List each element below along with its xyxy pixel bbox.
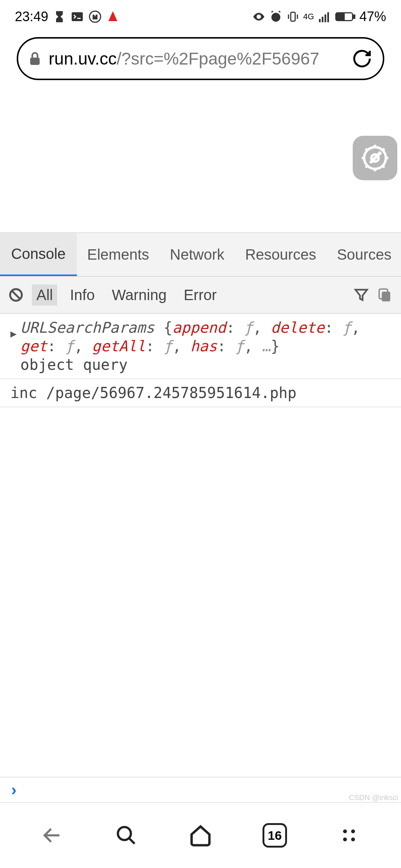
terminal-icon — [71, 10, 84, 23]
svg-rect-5 — [319, 19, 321, 22]
copy-icon[interactable] — [377, 287, 393, 303]
gear-wrench-icon — [361, 144, 389, 172]
svg-rect-16 — [382, 292, 390, 301]
url-path: /?src=%2Fpage%2F56967 — [117, 49, 319, 68]
arrow-left-icon — [41, 824, 63, 846]
tabs-button[interactable]: 16 — [262, 822, 288, 848]
home-icon — [189, 823, 212, 847]
battery-percent: 47% — [359, 9, 386, 24]
search-icon — [115, 824, 137, 846]
svg-point-21 — [343, 838, 347, 841]
console-log-object[interactable]: ▶ URLSearchParams {append: ƒ, delete: ƒ,… — [0, 314, 401, 379]
svg-point-18 — [118, 827, 131, 840]
svg-rect-8 — [327, 12, 329, 22]
alarm-icon — [269, 10, 283, 23]
svg-text:M: M — [93, 14, 98, 20]
status-bar: 23:49 M 4G 47% — [0, 0, 401, 33]
page-viewport — [0, 88, 401, 232]
filter-all[interactable]: All — [32, 285, 57, 306]
search-button[interactable] — [113, 822, 139, 848]
floating-devtools-button[interactable] — [353, 136, 397, 180]
eye-icon — [252, 10, 265, 23]
filter-error[interactable]: Error — [179, 285, 221, 306]
network-type: 4G — [303, 13, 314, 21]
watermark: CSDN @inksci — [349, 793, 398, 802]
svg-rect-4 — [291, 12, 295, 21]
svg-rect-11 — [337, 14, 344, 20]
reload-icon[interactable] — [352, 48, 372, 69]
console-input[interactable]: › — [0, 777, 401, 803]
tab-sources[interactable]: Sources — [326, 233, 401, 276]
svg-point-20 — [351, 829, 355, 833]
address-bar-container: run.uv.cc/?src=%2Fpage%2F56967 — [0, 33, 401, 88]
address-bar[interactable]: run.uv.cc/?src=%2Fpage%2F56967 — [17, 37, 384, 80]
filter-warning[interactable]: Warning — [107, 285, 171, 306]
status-right: 4G 47% — [252, 9, 386, 24]
svg-rect-10 — [353, 15, 355, 19]
svg-rect-6 — [322, 17, 323, 22]
battery-icon — [335, 10, 356, 23]
console-log-content: URLSearchParams {append: ƒ, delete: ƒ, g… — [20, 318, 391, 374]
console-body: ▶ URLSearchParams {append: ƒ, delete: ƒ,… — [0, 314, 401, 407]
url-text: run.uv.cc/?src=%2Fpage%2F56967 — [49, 49, 344, 69]
svg-point-19 — [343, 829, 347, 833]
home-button[interactable] — [188, 822, 213, 848]
dots-grid-icon — [339, 826, 359, 845]
tab-count: 16 — [263, 823, 287, 848]
tab-resources[interactable]: Resources — [235, 233, 326, 276]
filter-info[interactable]: Info — [65, 285, 99, 306]
svg-point-22 — [351, 838, 355, 841]
signal-icon — [318, 10, 331, 23]
app-icon — [106, 10, 120, 23]
console-log-trailer: object query — [20, 355, 391, 374]
lock-icon — [29, 51, 41, 66]
tab-network[interactable]: Network — [160, 233, 235, 276]
hourglass-icon — [53, 10, 66, 23]
svg-rect-0 — [72, 12, 83, 21]
object-class-name: URLSearchParams — [20, 319, 154, 336]
clock-time: 23:49 — [15, 9, 48, 24]
svg-rect-12 — [30, 57, 40, 65]
tab-elements[interactable]: Elements — [77, 233, 160, 276]
clear-console-icon[interactable] — [8, 287, 24, 303]
devtools-panel: Console Elements Network Resources Sourc… — [0, 232, 401, 407]
tab-console[interactable]: Console — [0, 233, 77, 276]
url-host: run.uv.cc — [49, 49, 117, 68]
chevron-right-icon: › — [11, 780, 17, 799]
svg-point-3 — [271, 13, 280, 22]
vibrate-icon — [286, 10, 300, 23]
status-left: 23:49 M — [15, 9, 120, 24]
svg-rect-7 — [325, 14, 326, 22]
menu-button[interactable] — [336, 822, 362, 848]
console-filter-bar: All Info Warning Error — [0, 277, 401, 314]
back-button[interactable] — [39, 822, 65, 848]
circle-m-icon: M — [88, 10, 102, 23]
console-log-text[interactable]: inc /page/56967.245785951614.php — [0, 379, 401, 407]
devtools-tabs: Console Elements Network Resources Sourc… — [0, 233, 401, 277]
browser-bottom-nav: 16 — [0, 803, 401, 868]
expand-triangle-icon[interactable]: ▶ — [10, 318, 17, 340]
funnel-filter-icon[interactable] — [353, 287, 369, 303]
